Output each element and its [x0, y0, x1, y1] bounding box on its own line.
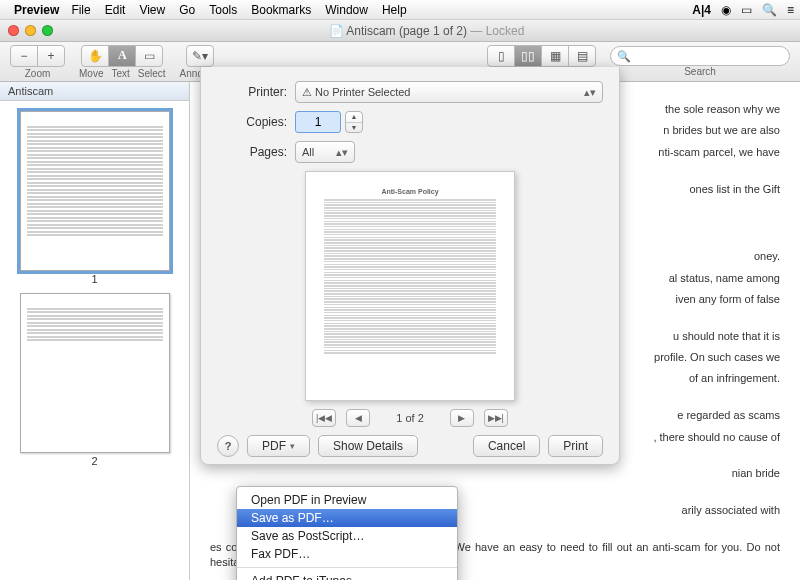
show-details-button[interactable]: Show Details — [318, 435, 418, 457]
view-single-button[interactable]: ▯ — [487, 45, 515, 67]
annotate-button[interactable]: ✎ ▾ — [186, 45, 214, 67]
pdf-menu: Open PDF in Preview Save as PDF… Save as… — [236, 486, 458, 580]
marquee-icon: ▭ — [144, 49, 155, 63]
pdf-dropdown-button[interactable]: PDF — [247, 435, 310, 457]
zoom-in-button[interactable]: + — [37, 45, 65, 67]
zoom-label: Zoom — [25, 68, 51, 79]
cancel-button[interactable]: Cancel — [473, 435, 540, 457]
view-contact-button[interactable]: ▦ — [541, 45, 569, 67]
close-window-button[interactable] — [8, 25, 19, 36]
menu-bookmarks[interactable]: Bookmarks — [251, 3, 311, 17]
proxy-icon: 📄 — [329, 24, 344, 38]
search-label: Search — [684, 66, 716, 77]
print-dialog: Printer: ⚠ No Printer Selected▴▾ Copies:… — [200, 67, 620, 465]
pencil-icon: ✎ — [192, 49, 202, 63]
pages-select[interactable]: All▴▾ — [295, 141, 355, 163]
printer-select[interactable]: ⚠ No Printer Selected▴▾ — [295, 81, 603, 103]
first-page-button[interactable]: |◀◀ — [312, 409, 336, 427]
menu-tools[interactable]: Tools — [209, 3, 237, 17]
next-page-button[interactable]: ▶ — [450, 409, 474, 427]
window-title: 📄 Antiscam (page 1 of 2) — Locked — [53, 24, 800, 38]
pdf-menu-save-as-pdf[interactable]: Save as PDF… — [237, 509, 457, 527]
view-thumbs-button[interactable]: ▯▯ — [514, 45, 542, 67]
sidebar-doc-title: Antiscam — [0, 82, 189, 101]
view-continuous-button[interactable]: ▤ — [568, 45, 596, 67]
pdf-menu-open-preview[interactable]: Open PDF in Preview — [237, 491, 457, 509]
print-button[interactable]: Print — [548, 435, 603, 457]
tool-labels: MoveTextSelect — [79, 68, 166, 79]
text-tool-button[interactable]: A — [108, 45, 136, 67]
prev-page-button[interactable]: ◀ — [346, 409, 370, 427]
zoom-window-button[interactable] — [42, 25, 53, 36]
pdf-menu-save-as-postscript[interactable]: Save as PostScript… — [237, 527, 457, 545]
move-tool-button[interactable]: ✋ — [81, 45, 109, 67]
search-input[interactable]: 🔍 — [610, 46, 790, 66]
menu-help[interactable]: Help — [382, 3, 407, 17]
copies-label: Copies: — [217, 115, 287, 129]
copies-stepper[interactable]: ▲▼ — [345, 111, 363, 133]
menu-go[interactable]: Go — [179, 3, 195, 17]
spotlight-icon[interactable]: 🔍 — [762, 3, 777, 17]
pages-label: Pages: — [217, 145, 287, 159]
pdf-menu-fax-pdf[interactable]: Fax PDF… — [237, 545, 457, 563]
pdf-menu-add-to-itunes[interactable]: Add PDF to iTunes — [237, 572, 457, 580]
help-button[interactable]: ? — [217, 435, 239, 457]
select-tool-button[interactable]: ▭ — [135, 45, 163, 67]
text-cursor-icon: A — [118, 48, 127, 63]
menu-view[interactable]: View — [139, 3, 165, 17]
search-icon: 🔍 — [617, 50, 631, 63]
last-page-button[interactable]: ▶▶| — [484, 409, 508, 427]
copies-input[interactable] — [295, 111, 341, 133]
menu-edit[interactable]: Edit — [105, 3, 126, 17]
print-preview-page: Anti-Scam Policy — [305, 171, 515, 401]
thumb-label-1: 1 — [6, 273, 183, 285]
menu-window[interactable]: Window — [325, 3, 368, 17]
menuextra-display-icon[interactable]: ▭ — [741, 3, 752, 17]
printer-label: Printer: — [217, 85, 287, 99]
menuextra-adobe[interactable]: A|4 — [692, 3, 711, 17]
hand-icon: ✋ — [88, 49, 103, 63]
menu-file[interactable]: File — [71, 3, 90, 17]
app-menu[interactable]: Preview — [14, 3, 59, 17]
minimize-window-button[interactable] — [25, 25, 36, 36]
thumb-label-2: 2 — [6, 455, 183, 467]
menuextra-spotify-icon[interactable]: ◉ — [721, 3, 731, 17]
page-indicator: 1 of 2 — [396, 412, 424, 424]
menuextra-list-icon[interactable]: ≡ — [787, 3, 794, 17]
zoom-out-button[interactable]: − — [10, 45, 38, 67]
thumbnail-page-2[interactable] — [20, 293, 170, 453]
thumbnail-page-1[interactable] — [20, 111, 170, 271]
